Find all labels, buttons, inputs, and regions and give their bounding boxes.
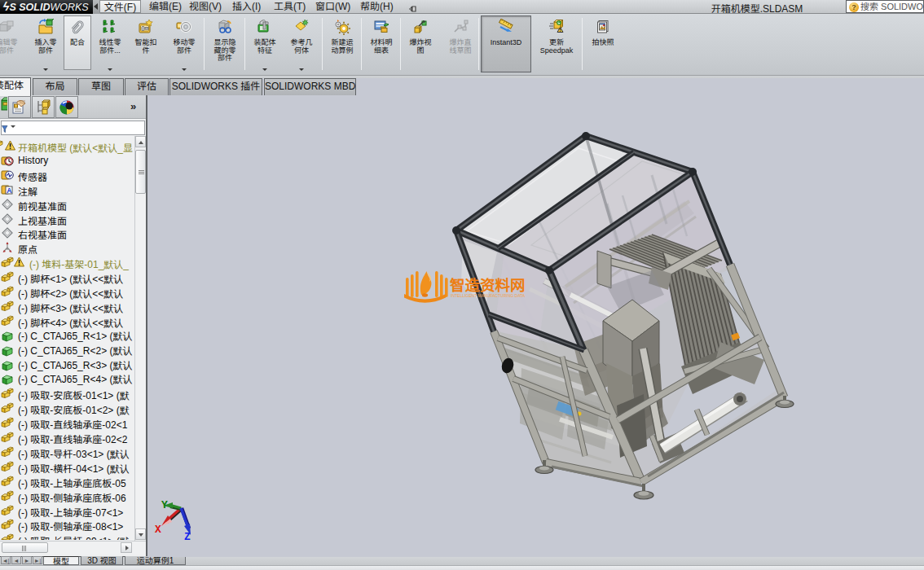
svg-text:X: X (155, 524, 161, 536)
svg-text:智造资料网: 智造资料网 (450, 277, 526, 294)
svg-text:INTELLIGENT MANUFACTURING DATA: INTELLIGENT MANUFACTURING DATA (451, 293, 526, 298)
svg-text:!: ! (560, 28, 561, 33)
svg-text:Z: Z (184, 531, 191, 543)
svg-text:Y: Y (161, 499, 168, 511)
svg-text:A: A (7, 186, 11, 194)
